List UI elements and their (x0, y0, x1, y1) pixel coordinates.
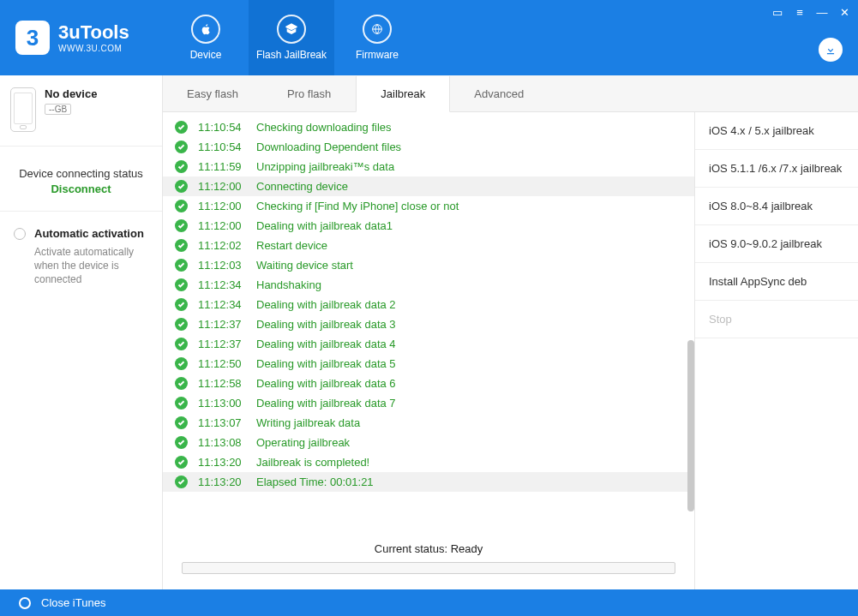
tab-easy-flash[interactable]: Easy flash (163, 75, 263, 111)
log-message: Dealing with jailbreak data 2 (256, 298, 396, 311)
check-icon (175, 397, 188, 410)
check-icon (175, 377, 188, 390)
log-time: 11:12:02 (198, 239, 246, 252)
top-nav: Device Flash JailBreak Firmware (163, 0, 420, 75)
check-icon (175, 180, 188, 193)
check-icon (175, 160, 188, 173)
app-name: 3uTools (58, 23, 129, 42)
radio-icon (14, 228, 26, 240)
check-icon (175, 259, 188, 272)
log-time: 11:13:20 (198, 475, 246, 488)
logo-icon: 3 (15, 21, 50, 55)
check-icon (175, 318, 188, 331)
logo[interactable]: 3 3uTools WWW.3U.COM (0, 0, 163, 75)
log-row: 11:12:50Dealing with jailbreak data 5 (163, 354, 694, 374)
log-row: 11:12:03Waiting device start (163, 255, 694, 275)
tab-advanced[interactable]: Advanced (450, 75, 549, 111)
log-row: 11:10:54Checking downloading files (163, 117, 694, 137)
close-itunes-button[interactable]: Close iTunes (41, 596, 105, 609)
log-row: 11:12:00Dealing with jailbreak data1 (163, 216, 694, 236)
log-message: Operating jailbreak (256, 436, 350, 449)
titlebar: 3 3uTools WWW.3U.COM Device Flash JailBr… (0, 0, 858, 75)
check-icon (175, 121, 188, 134)
check-icon (175, 338, 188, 350)
tab-jailbreak[interactable]: Jailbreak (356, 76, 450, 112)
tab-pro-flash[interactable]: Pro flash (263, 75, 356, 111)
log-message: Unzipping jailbreaki™s data (256, 160, 394, 173)
nav-device[interactable]: Device (163, 0, 249, 75)
right-item[interactable]: iOS 5.1.1 /6.x /7.x jailbreak (695, 150, 858, 188)
right-item[interactable]: iOS 9.0~9.0.2 jailbreak (695, 225, 858, 263)
auto-activation-desc: Activate automatically when the device i… (34, 245, 148, 287)
log-row: 11:12:00Checking if [Find My iPhone] clo… (163, 196, 694, 216)
device-block: No device --GB (0, 75, 162, 147)
feedback-icon[interactable]: ▭ (771, 5, 784, 19)
check-icon (175, 436, 188, 449)
log-list[interactable]: 11:10:54Checking downloading files11:10:… (163, 112, 694, 534)
log-row: 11:13:08Operating jailbreak (163, 433, 694, 452)
log-message: Restart device (256, 239, 327, 252)
check-icon (175, 239, 188, 252)
minimize-icon[interactable]: — (815, 5, 829, 19)
sidebar: No device --GB Device connecting status … (0, 75, 163, 589)
log-row: 11:13:20Jailbreak is completed! (163, 452, 694, 472)
app-site: WWW.3U.COM (58, 44, 129, 53)
connection-block: Device connecting status Disconnect (0, 147, 162, 212)
right-item[interactable]: Install AppSync deb (695, 263, 858, 301)
log-message: Waiting device start (256, 259, 353, 272)
device-size: --GB (45, 104, 71, 115)
right-item[interactable]: iOS 8.0~8.4 jailbreak (695, 188, 858, 225)
ring-icon (19, 597, 31, 609)
log-time: 11:13:00 (198, 397, 246, 410)
log-row: 11:12:34Handshaking (163, 275, 694, 295)
right-panel: iOS 4.x / 5.x jailbreakiOS 5.1.1 /6.x /7… (695, 112, 858, 589)
log-row: 11:12:34Dealing with jailbreak data 2 (163, 295, 694, 314)
download-icon (825, 44, 837, 56)
nav-flash-jailbreak[interactable]: Flash JailBreak (249, 0, 334, 75)
auto-activation-toggle[interactable]: Automatic activation (14, 227, 148, 240)
log-row: 11:13:00Dealing with jailbreak data 7 (163, 393, 694, 413)
box-icon (277, 15, 306, 44)
check-icon (175, 416, 188, 429)
log-message: Jailbreak is completed! (256, 456, 369, 469)
status-text: Current status: Ready (182, 542, 675, 555)
log-message: Connecting device (256, 180, 348, 193)
log-time: 11:12:00 (198, 180, 246, 193)
log-message: Dealing with jailbreak data 5 (256, 357, 396, 370)
log-time: 11:11:59 (198, 160, 246, 173)
disconnect-button[interactable]: Disconnect (9, 182, 153, 195)
log-row: 11:13:07Writing jailbreak data (163, 413, 694, 433)
log-time: 11:13:07 (198, 416, 246, 429)
log-row: 11:12:00Connecting device (163, 176, 694, 196)
connection-title: Device connecting status (9, 167, 153, 180)
log-time: 11:12:50 (198, 357, 246, 370)
log-time: 11:10:54 (198, 121, 246, 134)
check-icon (175, 278, 188, 291)
phone-icon (10, 87, 36, 132)
check-icon (175, 357, 188, 370)
download-button[interactable] (819, 38, 843, 62)
log-time: 11:12:03 (198, 259, 246, 272)
scrollbar[interactable] (687, 340, 694, 511)
check-icon (175, 456, 188, 469)
menu-icon[interactable]: ≡ (793, 5, 807, 19)
check-icon (175, 200, 188, 212)
progress-bar (182, 562, 675, 574)
log-time: 11:12:34 (198, 298, 246, 311)
close-icon[interactable]: ✕ (837, 5, 851, 19)
log-time: 11:12:00 (198, 200, 246, 212)
right-item: Stop (695, 301, 858, 338)
log-message: Dealing with jailbreak data 3 (256, 318, 396, 331)
log-time: 11:12:34 (198, 278, 246, 291)
log-row: 11:11:59Unzipping jailbreaki™s data (163, 157, 694, 176)
log-row: 11:12:37Dealing with jailbreak data 3 (163, 314, 694, 334)
log-time: 11:12:58 (198, 377, 246, 390)
log-message: Checking if [Find My iPhone] close or no… (256, 200, 459, 212)
nav-firmware[interactable]: Firmware (334, 0, 420, 75)
log-message: Elapsed Time: 00:01:21 (256, 475, 374, 488)
log-time: 11:12:00 (198, 219, 246, 232)
log-row: 11:12:02Restart device (163, 236, 694, 255)
log-message: Dealing with jailbreak data1 (256, 219, 393, 232)
right-item[interactable]: iOS 4.x / 5.x jailbreak (695, 112, 858, 150)
log-time: 11:13:08 (198, 436, 246, 449)
